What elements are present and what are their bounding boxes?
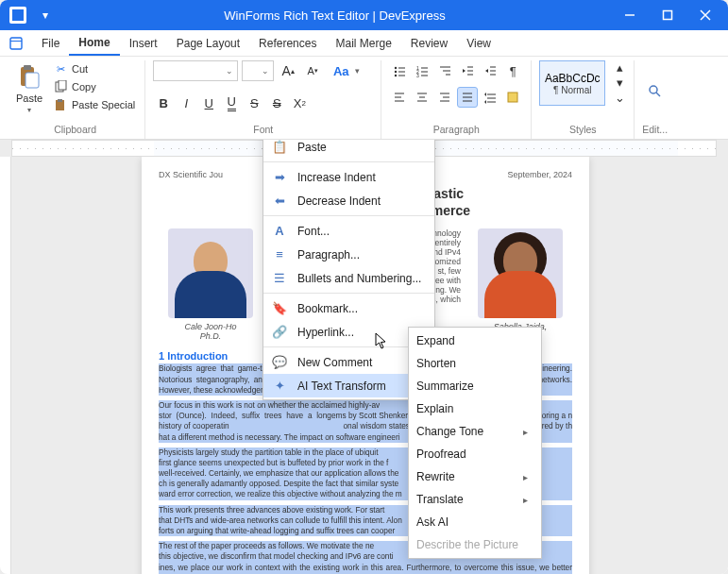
cut-button[interactable]: ✂ Cut [51,60,137,77]
svg-rect-8 [25,73,39,88]
numbering-button[interactable]: 123 [412,60,432,81]
author-2-photo [478,228,563,318]
tab-home[interactable]: Home [69,30,119,56]
find-button[interactable] [645,81,666,102]
sub-describe-picture: Describe the Picture [409,533,541,556]
svg-rect-10 [59,80,66,90]
gallery-up-button[interactable]: ▴ [613,60,626,74]
file-menu-icon[interactable] [0,37,32,50]
font-size-combo[interactable]: ⌄ [242,60,274,81]
group-editing-label: Edit... [642,122,668,139]
align-center-button[interactable] [412,87,432,108]
tab-references[interactable]: References [249,30,326,56]
sub-ask-ai[interactable]: Ask AI [409,511,541,533]
double-underline-button[interactable]: U [221,93,242,113]
ctx-paste[interactable]: 📋Paste [263,140,434,159]
indent-right-icon: ➡ [271,170,288,184]
paste-icon [15,62,43,91]
author-1-photo [168,228,253,318]
vertical-ruler[interactable] [0,157,11,574]
gallery-more-button[interactable]: ⌄ [613,91,626,104]
group-paragraph: 123 ¶ [381,60,532,139]
copy-button[interactable]: Copy [51,78,137,95]
svg-point-13 [395,67,397,69]
sub-explain[interactable]: Explain [409,397,541,420]
ai-submenu: Expand Shorten Summarize Explain Change … [408,327,542,559]
italic-button[interactable]: I [176,93,196,113]
maximize-button[interactable] [649,0,686,30]
paste-label: Paste [16,93,42,104]
group-styles: AaBbCcDc ¶ Normal ▴ ▾ ⌄ Styles [532,60,635,139]
tab-page-layout[interactable]: Page Layout [167,30,249,56]
line-spacing-button[interactable] [480,87,500,108]
tab-insert[interactable]: Insert [120,30,167,56]
svg-marker-28 [463,69,466,73]
app-icon [9,7,26,24]
bookmark-icon: 🔖 [271,301,288,315]
bullets-button[interactable] [389,60,410,81]
sub-translate[interactable]: Translate▸ [409,488,541,511]
double-strike-button[interactable]: S [266,93,287,113]
paste-button[interactable]: Paste ▾ [13,60,45,116]
doc-date: September, 2024 [507,170,572,179]
close-button[interactable] [686,0,724,30]
strikethrough-button[interactable]: S [244,93,264,113]
sub-rewrite[interactable]: Rewrite▸ [409,465,541,488]
increase-indent-button[interactable] [480,60,500,81]
grow-font-button[interactable]: A▴ [278,60,298,81]
sparkle-icon: ✦ [271,379,288,393]
gallery-down-button[interactable]: ▾ [613,76,626,89]
shrink-font-button[interactable]: A▾ [302,60,323,81]
group-font: ⌄ ⌄ A▴ A▾ Aa ▾ B I U U S S X2 [145,60,381,139]
ctx-font[interactable]: AFont... [263,219,434,243]
subscript-button[interactable]: X2 [289,93,310,113]
svg-point-17 [395,75,397,76]
change-case-button[interactable]: Aa [330,60,351,81]
sub-change-tone[interactable]: Change Tone▸ [409,420,541,443]
decrease-indent-button[interactable] [457,60,478,81]
style-name: ¶ Normal [553,85,591,95]
sub-summarize[interactable]: Summarize [409,375,541,397]
font-family-combo[interactable]: ⌄ [153,60,238,81]
paste-special-button[interactable]: Paste Special [51,96,137,113]
align-left-button[interactable] [389,87,410,108]
ctx-bookmark[interactable]: 🔖Bookmark... [263,296,434,320]
align-right-button[interactable] [434,87,455,108]
svg-marker-51 [484,93,486,96]
ctx-bullets-numbering[interactable]: ☰Bullets and Numbering... [263,266,434,290]
sub-shorten[interactable]: Shorten [409,352,541,375]
multilevel-button[interactable] [434,60,455,81]
ribbon-body: Paste ▾ ✂ Cut Copy [0,57,728,140]
group-paragraph-label: Paragraph [389,122,523,139]
ctx-paragraph[interactable]: ≡Paragraph... [263,243,434,266]
sub-expand[interactable]: Expand [409,329,541,352]
paste-special-icon [53,97,68,112]
ctx-decrease-indent[interactable]: ⬅Decrease Indent [263,189,434,212]
qat-dropdown[interactable]: ▾ [32,8,59,22]
tab-file[interactable]: File [32,30,69,56]
style-preview: AaBbCcDc [545,72,601,85]
tab-mail-merge[interactable]: Mail Merge [326,30,400,56]
list-icon: ☰ [271,271,288,285]
group-clipboard: Paste ▾ ✂ Cut Copy [6,60,145,139]
bold-button[interactable]: B [153,93,174,113]
show-marks-button[interactable]: ¶ [502,60,523,81]
group-clipboard-label: Clipboard [13,122,137,139]
ribbon-tabs: File Home Insert Page Layout References … [0,30,728,57]
tab-view[interactable]: View [457,30,500,56]
author-1: Cale Joon-Ho Ph.D. [159,228,262,341]
align-justify-button[interactable] [457,87,478,108]
minimize-button[interactable] [611,0,649,30]
shading-button[interactable] [502,87,523,108]
link-icon: 🔗 [271,325,288,339]
ctx-increase-indent[interactable]: ➡Increase Indent [263,165,434,189]
group-font-label: Font [153,122,373,139]
app-window: ▾ WinForms Rich Text Editor | DevExpress… [0,0,728,574]
document-area: DX Scientific Jou September, 2024 chasti… [0,140,728,574]
sub-proofread[interactable]: Proofread [409,443,541,465]
style-normal[interactable]: AaBbCcDc ¶ Normal [539,60,605,106]
window-title: WinForms Rich Text Editor | DevExpress [59,8,611,23]
chevron-right-icon: ▸ [523,427,528,437]
underline-button[interactable]: U [198,93,219,113]
tab-review[interactable]: Review [401,30,457,56]
